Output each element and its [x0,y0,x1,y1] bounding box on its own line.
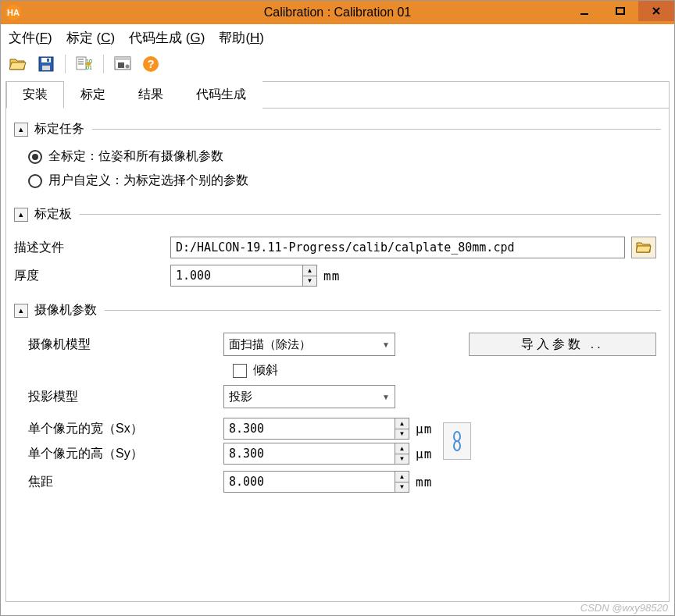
section-title: 标定板 [34,206,72,223]
thickness-spinner[interactable]: ▲▼ [303,265,317,287]
svg-rect-5 [41,58,51,62]
section-title: 标定任务 [34,121,84,137]
section-camera-params: ▴ 摄像机参数 摄像机模型 面扫描（除法） ▼ 导入参数 .. [14,302,661,499]
tab-panel: 安装 标定 结果 代码生成 ▴ 标定任务 全标定：位姿和所有摄像机参数 [5,81,670,602]
radio-full-calibration[interactable]: 全标定：位姿和所有摄像机参数 [28,148,656,165]
svg-rect-6 [42,66,50,70]
svg-point-20 [454,432,460,441]
svg-point-21 [454,441,460,450]
image-window-icon[interactable] [112,53,134,75]
collapse-icon[interactable]: ▴ [14,123,28,137]
menu-calibration[interactable]: 标定 (C) [66,29,115,47]
tab-result[interactable]: 结果 [122,81,180,109]
svg-point-17 [126,65,130,69]
collapse-icon[interactable]: ▴ [14,208,28,222]
svg-text:?: ? [147,57,154,70]
focal-unit: mm [416,475,432,490]
sy-unit: μm [416,447,432,461]
toolbar-separator [65,55,66,73]
tab-codegen[interactable]: 代码生成 [180,81,262,109]
sy-spinner[interactable]: ▲▼ [395,443,409,465]
sx-spinner[interactable]: ▲▼ [395,418,409,440]
tab-content-install: ▴ 标定任务 全标定：位姿和所有摄像机参数 用户自定义：为标定选择个别的参数 [6,109,669,505]
sy-input[interactable] [223,443,395,465]
svg-rect-8 [77,57,86,69]
toolbar: 1001 ? [1,52,674,80]
projection-model-dropdown[interactable]: 投影 ▼ [223,385,395,408]
svg-rect-7 [47,59,49,62]
camera-model-dropdown[interactable]: 面扫描（除法） ▼ [223,333,395,356]
desc-file-label: 描述文件 [14,240,170,256]
focal-input[interactable] [223,471,395,493]
thickness-unit: mm [323,269,340,283]
sx-unit: μm [416,422,432,436]
thickness-label: 厚度 [14,268,170,284]
close-button[interactable] [638,1,674,21]
radio-label: 用户自定义：为标定选择个别的参数 [48,173,248,189]
menubar: 文件(F) 标定 (C) 代码生成 (G) 帮助(H) [1,24,674,52]
svg-rect-15 [115,57,130,60]
titlebar: HA Calibration : Calibration 01 [1,1,674,24]
thickness-input[interactable] [170,265,303,287]
chevron-down-icon: ▼ [382,393,390,401]
open-icon[interactable] [7,53,29,75]
sy-label: 单个像元的高（Sy） [28,446,223,462]
svg-rect-16 [118,62,124,68]
section-calib-task: ▴ 标定任务 全标定：位姿和所有摄像机参数 用户自定义：为标定选择个别的参数 [14,121,661,200]
minimize-button[interactable] [566,1,602,21]
browse-button[interactable] [631,237,656,258]
menu-help[interactable]: 帮助(H) [219,29,264,47]
collapse-icon[interactable]: ▴ [14,304,28,318]
window-controls [566,1,674,24]
focal-label: 焦距 [28,474,223,490]
projection-model-label: 投影模型 [28,389,223,405]
desc-file-input[interactable] [170,237,625,258]
maximize-button[interactable] [602,1,638,21]
menu-file[interactable]: 文件(F) [9,29,52,47]
menu-codegen[interactable]: 代码生成 (G) [129,29,205,47]
radio-user-defined[interactable]: 用户自定义：为标定选择个别的参数 [28,173,656,189]
chevron-down-icon: ▼ [382,340,390,349]
sx-input[interactable] [223,418,395,440]
tab-calibration[interactable]: 标定 [64,81,122,109]
tabstrip: 安装 标定 结果 代码生成 [6,80,669,109]
help-icon[interactable]: ? [140,53,162,75]
radio-label: 全标定：位姿和所有摄像机参数 [48,148,223,165]
generate-code-icon[interactable]: 1001 [73,53,95,75]
focal-spinner[interactable]: ▲▼ [395,471,409,493]
tilt-label: 倾斜 [253,362,278,379]
import-params-button[interactable]: 导入参数 .. [469,333,656,356]
sx-label: 单个像元的宽（Sx） [28,421,223,437]
tilt-checkbox[interactable] [233,364,247,378]
svg-rect-1 [616,8,624,14]
tab-install[interactable]: 安装 [6,81,64,109]
section-calib-plate: ▴ 标定板 描述文件 厚度 ▲▼ [14,206,661,296]
save-icon[interactable] [35,53,57,75]
section-title: 摄像机参数 [34,302,97,319]
camera-model-label: 摄像机模型 [28,336,223,353]
toolbar-separator [103,55,104,73]
link-sx-sy-button[interactable] [443,422,471,460]
app-window: HA Calibration : Calibration 01 文件(F) 标定… [0,0,675,616]
watermark: CSDN @wxy98520 [580,602,668,614]
